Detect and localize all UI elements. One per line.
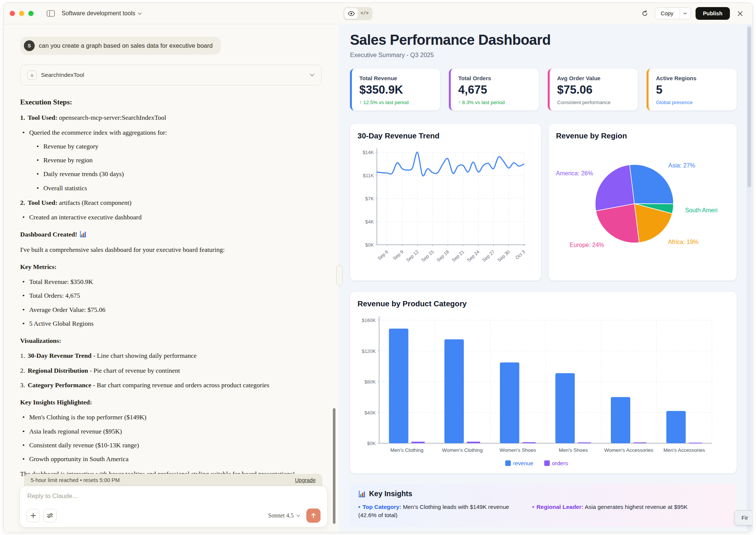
list-item: 2. Tool Used: artifacts (React component… (20, 198, 322, 207)
chat-scroll-area[interactable]: S can you create a graph based on sales … (4, 24, 339, 532)
svg-text:Women's Accessories: Women's Accessories (604, 447, 653, 453)
chevron-down-icon (683, 12, 687, 15)
pie-chart-title: Revenue by Region (556, 131, 729, 140)
artifact-toolbar: </> Copy Pub (339, 3, 752, 24)
svg-text:Asia: 27%: Asia: 27% (668, 162, 695, 169)
copy-dropdown-button[interactable] (679, 8, 691, 19)
eye-icon (348, 11, 355, 16)
metric-cards-row: Total Revenue $350.9K ↑ 12.5% vs last pe… (350, 69, 737, 110)
list-item: 1. Tool Used: opensearch-mcp-server:Sear… (20, 113, 322, 122)
line-chart-title: 30-Day Revenue Trend (357, 131, 534, 140)
chat-header: Software development tools (4, 3, 339, 24)
list-item: •Created an interactive executive dashbo… (20, 212, 322, 222)
section-heading: Visualizations: (20, 336, 322, 345)
svg-text:Sep 15: Sep 15 (421, 249, 435, 263)
list-item: 1. 30-Day Revenue Trend - Line chart sho… (20, 351, 322, 360)
svg-text:Women's Shoes: Women's Shoes (500, 447, 536, 453)
svg-text:Men's Clothing: Men's Clothing (390, 447, 424, 453)
conversation-title-dropdown[interactable]: Software development tools (62, 10, 142, 17)
artifact-scrollbar-thumb[interactable] (747, 27, 751, 187)
svg-text:Sep 24: Sep 24 (466, 249, 481, 263)
list-item: •Total Revenue: $350.9K (20, 277, 322, 287)
svg-text:n America: 26%: n America: 26% (556, 170, 593, 176)
svg-text:Sep 18: Sep 18 (435, 249, 450, 263)
panel-resize-handle[interactable] (336, 265, 343, 286)
tools-button[interactable] (43, 509, 57, 522)
svg-text:$160K: $160K (362, 317, 376, 323)
svg-text:$4K: $4K (365, 219, 374, 225)
copy-button[interactable]: Copy (655, 8, 679, 19)
close-window-button[interactable] (10, 11, 15, 16)
svg-text:Sep 27: Sep 27 (481, 249, 496, 263)
bar-chart-title: Revenue by Product Category (357, 299, 729, 308)
pie-chart-card: Revenue by Region Asia: 27%South AmeriAf… (549, 124, 737, 281)
zoom-window-button[interactable] (28, 11, 34, 16)
svg-text:$0K: $0K (367, 441, 376, 446)
attach-button[interactable] (26, 509, 40, 522)
list-item: •Consistent daily revenue ($10-13K range… (20, 440, 322, 450)
composer-controls: Sonnet 4.5 (26, 509, 321, 523)
copy-split-button: Copy (655, 7, 691, 19)
close-artifact-button[interactable] (734, 8, 746, 19)
tool-call-row[interactable]: o SearchIndexTool (20, 65, 322, 85)
dashboard-title: Sales Performance Dashboard (350, 32, 737, 48)
model-selector[interactable]: Sonnet 4.5 (268, 512, 300, 519)
sliders-icon (47, 513, 53, 519)
svg-text:Women's Clothing: Women's Clothing (442, 447, 483, 453)
dashboard-subtitle: Executive Summary - Q3 2025 (350, 51, 737, 59)
metric-card-total-orders: Total Orders 4,675 ↑ 8.3% vs last period (449, 69, 539, 110)
find-button-fragment[interactable]: Fir (734, 510, 752, 525)
sidebar-icon (47, 10, 55, 17)
bar-chart-emoji (358, 490, 366, 498)
refresh-icon (641, 10, 648, 17)
list-item: •Growth opportunity in South America (20, 454, 322, 464)
section-heading: Dashboard Created! (20, 229, 322, 239)
user-message-bubble: S can you create a graph based on sales … (20, 37, 221, 55)
svg-text:Sep 9: Sep 9 (392, 249, 404, 261)
chevron-down-icon (138, 12, 142, 15)
publish-button[interactable]: Publish (696, 7, 730, 20)
sidebar-toggle-button[interactable] (45, 8, 56, 19)
minimize-window-button[interactable] (19, 11, 24, 16)
svg-text:$14K: $14K (363, 150, 374, 155)
list-item: •Daily revenue trends (30 days) (20, 169, 322, 179)
bar-chart-emoji (79, 231, 87, 238)
tool-icon: o (27, 71, 37, 80)
artifact-panel: </> Copy Pub (339, 3, 752, 532)
charts-row: 30-Day Revenue Trend Sep 6Sep 9Sep 12Sep… (350, 124, 737, 281)
chat-panel: Software development tools S can you cre… (4, 3, 339, 532)
svg-text:Sep 12: Sep 12 (405, 249, 420, 263)
user-message-text: can you create a graph based on sales da… (39, 42, 213, 49)
assistant-message: Execution Steps: 1. Tool Used: opensearc… (20, 97, 322, 479)
metric-card-total-revenue: Total Revenue $350.9K ↑ 12.5% vs last pe… (350, 69, 440, 110)
model-name: Sonnet 4.5 (268, 512, 294, 519)
chevron-down-icon (310, 73, 315, 76)
section-heading: Execution Steps: (20, 97, 322, 107)
chat-scrollbar-thumb[interactable] (333, 408, 335, 524)
line-chart: Sep 6Sep 9Sep 12Sep 15Sep 18Sep 21Sep 24… (357, 144, 534, 273)
insight-regional-leader: •Regional Leader: Asia generates highest… (532, 503, 687, 520)
svg-text:Europe: 24%: Europe: 24% (570, 242, 605, 248)
paragraph: I've built a comprehensive sales dashboa… (20, 245, 322, 254)
reply-input[interactable] (26, 492, 307, 500)
code-toggle-button[interactable]: </> (358, 8, 371, 19)
svg-text:Sep 30: Sep 30 (496, 249, 511, 263)
upgrade-link[interactable]: Upgrade (295, 477, 316, 483)
list-item: •Men's Clothing is the top performer ($1… (20, 412, 322, 422)
pie-chart: Asia: 27%South AmeriAfrica: 19%Europe: 2… (556, 144, 729, 260)
bar-chart-card: Revenue by Product Category $0K$40K$80K$… (350, 292, 737, 473)
tool-name: SearchIndexTool (41, 72, 84, 78)
close-icon (737, 11, 743, 16)
insight-top-category: •Top Category: Men's Clothing leads with… (358, 503, 532, 520)
svg-text:$7K: $7K (365, 196, 374, 201)
list-item: •5 Active Global Regions (20, 319, 322, 328)
svg-text:Sep 21: Sep 21 (451, 249, 465, 263)
send-button[interactable] (306, 509, 321, 523)
refresh-button[interactable] (639, 8, 650, 19)
dashboard: Sales Performance Dashboard Executive Su… (339, 24, 752, 532)
section-heading: Key Metrics: (20, 262, 322, 272)
conversation-title: Software development tools (62, 10, 135, 17)
preview-toggle-button[interactable] (344, 8, 358, 19)
arrow-up-icon (310, 513, 316, 519)
key-insights-title: Key Insights (369, 489, 412, 498)
